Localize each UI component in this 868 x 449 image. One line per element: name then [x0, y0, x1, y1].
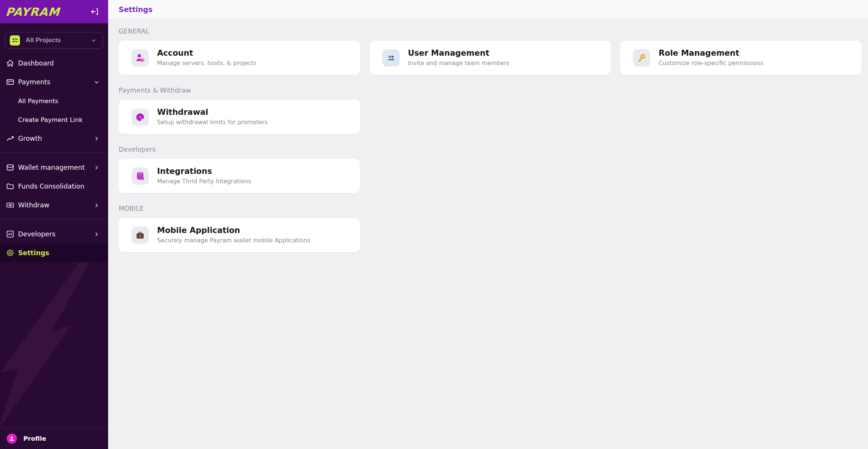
section-heading-general: GENERAL [119, 27, 862, 35]
section-heading-mobile: MOBILE [119, 205, 862, 212]
sidebar-item-label: Wallet management [18, 164, 93, 171]
sidebar-subitem-create-payment-link[interactable]: Create Payment Link [0, 110, 108, 129]
sidebar-item-label: Developers [18, 230, 93, 238]
sidebar-item-withdraw[interactable]: Withdraw [0, 196, 108, 215]
collapse-sidebar-icon[interactable] [89, 6, 100, 17]
sidebar-item-label: Payments [18, 78, 93, 86]
section-payments-withdraw: Payments & Withdraw [119, 87, 862, 134]
sidebar-item-label: Withdraw [18, 201, 93, 209]
sidebar-item-label: Settings [18, 249, 100, 257]
wallet-icon [6, 163, 14, 172]
settings-card-mobile-application[interactable]: Mobile Application Securely manage Payra… [119, 218, 360, 252]
chevron-right-icon [93, 202, 100, 209]
sidebar-item-funds-consolidation[interactable]: Funds Consolidation [0, 177, 108, 196]
credit-card-icon [6, 78, 14, 86]
settings-content: GENERAL [108, 19, 868, 252]
sidebar-item-label: Dashboard [18, 59, 100, 67]
card-subtitle: Manage Thrid Party Integrations [157, 178, 251, 185]
user-gear-icon [131, 49, 149, 67]
card-subtitle: Invite and manage team members [408, 60, 509, 67]
chevron-down-icon [93, 79, 100, 85]
sidebar-nav: Dashboard Payments All Payments Create P… [0, 54, 108, 262]
settings-card-integrations[interactable]: Integrations Manage Thrid Party Integrat… [119, 159, 360, 193]
card-title: Role Management [659, 49, 763, 58]
profile-label: Profile [23, 435, 46, 442]
chevron-down-icon [90, 37, 97, 44]
person-avatar-icon [7, 434, 17, 444]
section-developers: Developers [119, 146, 862, 193]
project-selector[interactable]: All Projects [5, 32, 103, 49]
section-heading-payments-withdraw: Payments & Withdraw [119, 87, 862, 94]
sidebar-item-settings[interactable]: Settings [0, 244, 108, 262]
chevron-right-icon [93, 135, 100, 142]
card-subtitle: Customize role-specific permissions [659, 60, 763, 67]
card-subtitle: Setup withdrawal limits for promoters [157, 119, 267, 126]
page-title: Settings [119, 5, 153, 14]
sidebar-item-wallet-management[interactable]: Wallet management [0, 158, 108, 177]
settings-card-account[interactable]: Account Manage servers, hosts, & project… [119, 41, 360, 75]
palette-icon [131, 108, 149, 126]
lightning-watermark [0, 253, 102, 430]
sidebar-item-payments[interactable]: Payments [0, 73, 108, 91]
chevron-right-icon [93, 164, 100, 171]
database-icon [131, 167, 149, 185]
section-heading-developers: Developers [119, 146, 862, 153]
users-icon [382, 49, 400, 67]
banknote-icon [6, 201, 14, 209]
settings-card-withdrawal[interactable]: Withdrawal Setup withdrawal limits for p… [119, 100, 360, 134]
card-subtitle: Manage servers, hosts, & projects [157, 60, 257, 67]
sidebar-item-label: Growth [18, 135, 93, 142]
settings-card-user-management[interactable]: User Management Invite and manage team m… [370, 41, 611, 75]
main-area: Settings GENERAL [108, 0, 868, 449]
sidebar-item-label: Funds Consolidation [18, 183, 100, 190]
code-icon [6, 230, 14, 238]
home-icon [6, 59, 14, 67]
chevron-right-icon [93, 231, 100, 237]
folder-icon [6, 182, 14, 190]
sidebar: PAYRAM All Projects Dashboard [0, 0, 108, 449]
settings-card-role-management[interactable]: Role Management Customize role-specific … [620, 41, 862, 75]
section-general: GENERAL [119, 27, 862, 75]
key-icon [633, 49, 650, 67]
card-title: Mobile Application [157, 226, 310, 235]
sidebar-item-developers[interactable]: Developers [0, 225, 108, 244]
gear-icon [6, 249, 14, 257]
card-subtitle: Securely manage Payram wallet mobile App… [157, 237, 310, 244]
trending-up-icon [6, 134, 14, 143]
project-selector-label: All Projects [26, 37, 85, 44]
sidebar-item-growth[interactable]: Growth [0, 129, 108, 148]
card-title: User Management [408, 49, 509, 58]
checklist-icon [10, 35, 20, 46]
sidebar-item-dashboard[interactable]: Dashboard [0, 54, 108, 73]
briefcase-icon [131, 227, 149, 244]
page-header: Settings [108, 0, 868, 19]
divider [0, 152, 108, 153]
card-title: Withdrawal [157, 108, 267, 117]
card-title: Account [157, 49, 257, 58]
section-mobile: MOBILE Mobile Application Securely manag… [119, 205, 862, 252]
profile-button[interactable]: Profile [0, 428, 108, 449]
divider [0, 219, 108, 219]
card-title: Integrations [157, 167, 251, 176]
sidebar-subitem-all-payments[interactable]: All Payments [0, 91, 108, 110]
sidebar-header: PAYRAM [0, 0, 108, 23]
payram-logo: PAYRAM [5, 5, 60, 18]
